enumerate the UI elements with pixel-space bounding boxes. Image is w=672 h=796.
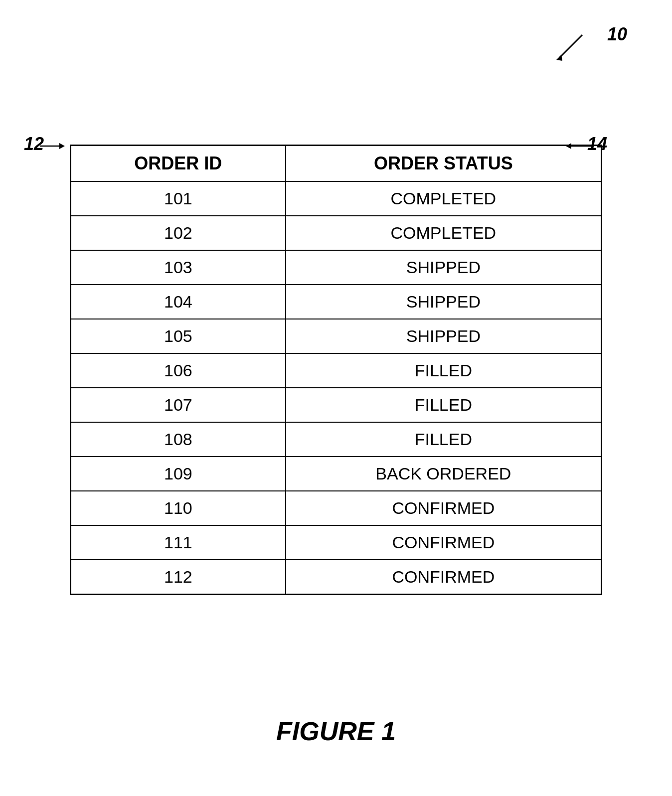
svg-marker-1: [556, 55, 562, 61]
cell-order-id: 103: [71, 250, 286, 285]
cell-order-status: CONFIRMED: [286, 525, 602, 560]
table-row: 104SHIPPED: [71, 285, 602, 319]
cell-order-status: FILLED: [286, 353, 602, 388]
cell-order-id: 102: [71, 216, 286, 250]
table-header-row: ORDER ID ORDER STATUS: [71, 146, 602, 182]
cell-order-id: 110: [71, 491, 286, 525]
cell-order-status: SHIPPED: [286, 319, 602, 353]
cell-order-id: 107: [71, 388, 286, 422]
table-row: 107FILLED: [71, 388, 602, 422]
orders-table: ORDER ID ORDER STATUS 101COMPLETED102COM…: [70, 145, 602, 595]
cell-order-status: FILLED: [286, 388, 602, 422]
arrow-12-icon: [37, 139, 67, 156]
arrow-10-icon: [552, 30, 592, 67]
table-row: 106FILLED: [71, 353, 602, 388]
svg-marker-3: [59, 143, 65, 149]
cell-order-status: FILLED: [286, 422, 602, 457]
cell-order-id: 106: [71, 353, 286, 388]
cell-order-id: 111: [71, 525, 286, 560]
cell-order-id: 104: [71, 285, 286, 319]
cell-order-id: 109: [71, 457, 286, 491]
cell-order-status: CONFIRMED: [286, 560, 602, 595]
cell-order-id: 101: [71, 181, 286, 216]
figure-caption: FIGURE 1: [0, 716, 672, 746]
col-header-order-status: ORDER STATUS: [286, 146, 602, 182]
cell-order-id: 108: [71, 422, 286, 457]
table-row: 103SHIPPED: [71, 250, 602, 285]
cell-order-status: COMPLETED: [286, 216, 602, 250]
ref-label-10: 10: [607, 24, 627, 45]
cell-order-status: COMPLETED: [286, 181, 602, 216]
table-row: 102COMPLETED: [71, 216, 602, 250]
cell-order-status: BACK ORDERED: [286, 457, 602, 491]
col-header-order-id: ORDER ID: [71, 146, 286, 182]
cell-order-status: SHIPPED: [286, 285, 602, 319]
svg-line-0: [560, 35, 582, 57]
orders-table-wrapper: ORDER ID ORDER STATUS 101COMPLETED102COM…: [70, 145, 602, 595]
table-row: 101COMPLETED: [71, 181, 602, 216]
table-row: 112CONFIRMED: [71, 560, 602, 595]
table-row: 105SHIPPED: [71, 319, 602, 353]
table-row: 111CONFIRMED: [71, 525, 602, 560]
cell-order-status: SHIPPED: [286, 250, 602, 285]
cell-order-status: CONFIRMED: [286, 491, 602, 525]
page-container: 10 12 14 ORDER ID ORDER STATUS: [0, 0, 672, 796]
table-row: 109BACK ORDERED: [71, 457, 602, 491]
table-row: 110CONFIRMED: [71, 491, 602, 525]
table-row: 108FILLED: [71, 422, 602, 457]
cell-order-id: 112: [71, 560, 286, 595]
cell-order-id: 105: [71, 319, 286, 353]
